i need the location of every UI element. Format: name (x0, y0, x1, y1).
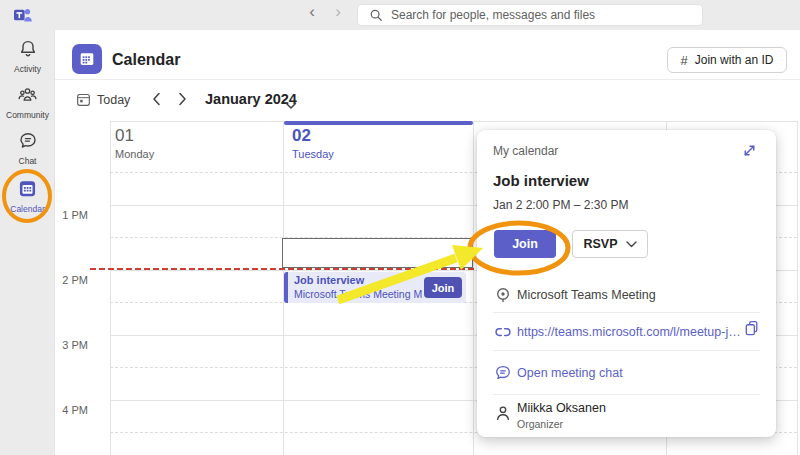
current-time-indicator (90, 268, 477, 270)
app-rail: Activity Community Chat (0, 30, 55, 455)
organizer-role: Organizer (517, 418, 563, 430)
search-placeholder: Search for people, messages and files (391, 8, 595, 22)
chevron-down-icon (626, 241, 637, 248)
chat-icon (18, 131, 38, 151)
day-name-monday: Monday (115, 148, 154, 160)
event-join-button[interactable]: Join (424, 277, 462, 298)
sidebar-item-chat[interactable]: Chat (0, 131, 55, 166)
sidebar-label-activity: Activity (0, 64, 55, 74)
nav-back-icon[interactable]: ‹ (302, 2, 322, 22)
today-icon (76, 92, 91, 107)
rsvp-dropdown-button[interactable]: RSVP (572, 230, 648, 258)
organizer-name: Miikka Oksanen (517, 401, 606, 415)
event-title: Job interview (294, 274, 364, 286)
meeting-chat-icon (493, 364, 513, 382)
time-label-1pm: 1 PM (50, 209, 88, 221)
sidebar-label-calendar: Calendar (0, 204, 55, 214)
grid-line (110, 121, 111, 455)
meeting-link-row: https://teams.microsoft.com/l/meetup-joi… (477, 313, 776, 350)
sidebar-item-community[interactable]: Community (0, 85, 55, 120)
location-text: Microsoft Teams Meeting (517, 288, 656, 302)
calendar-app-icon (72, 44, 102, 74)
grid-line (797, 121, 798, 455)
search-icon (369, 8, 383, 22)
meeting-link[interactable]: https://teams.microsoft.com/l/meetup-joi… (517, 325, 743, 339)
sidebar-item-calendar[interactable]: Calendar (0, 178, 55, 214)
bell-icon (18, 39, 38, 59)
expand-icon[interactable] (741, 142, 758, 163)
time-label-2pm: 2 PM (50, 274, 88, 286)
grid-line (473, 121, 474, 455)
teams-logo-icon (13, 6, 33, 24)
calendar-name: My calendar (493, 144, 558, 158)
event-chip-job-interview[interactable]: Job interview Microsoft Teams Meeting M … (284, 272, 466, 303)
prev-day-button[interactable] (152, 92, 161, 110)
event-details-popup: My calendar Job interview Jan 2 2:00 PM … (477, 130, 776, 437)
day-number-tuesday[interactable]: 02 (292, 126, 311, 146)
community-icon (17, 85, 38, 105)
selected-time-slot[interactable] (282, 238, 473, 268)
organizer-row: Miikka Oksanen Organizer (477, 395, 776, 437)
popup-event-time: Jan 2 2:00 PM – 2:30 PM (493, 198, 628, 212)
page-title: Calendar (112, 51, 180, 69)
meeting-chat-row: Open meeting chat (477, 351, 776, 394)
sidebar-label-chat: Chat (0, 156, 55, 166)
popup-event-title: Job interview (493, 172, 589, 189)
month-selector[interactable]: January 2024 (205, 91, 297, 107)
chevron-down-icon[interactable] (285, 96, 297, 114)
person-icon (493, 404, 513, 422)
today-button[interactable]: Today (76, 92, 130, 107)
time-label-3pm: 3 PM (50, 339, 88, 351)
top-bar: ‹ › Search for people, messages and file… (0, 0, 800, 30)
location-icon (493, 286, 513, 304)
day-name-tuesday: Tuesday (292, 148, 334, 160)
sidebar-item-activity[interactable]: Activity (0, 39, 55, 74)
join-with-id-button[interactable]: # Join with an ID (667, 47, 787, 73)
link-icon (493, 323, 513, 341)
calendar-icon (17, 178, 38, 199)
selected-day-indicator (284, 121, 473, 125)
sidebar-label-community: Community (0, 110, 55, 120)
event-subtitle: Microsoft Teams Meeting M (294, 288, 422, 300)
time-label-4pm: 4 PM (50, 404, 88, 416)
copy-icon[interactable] (743, 319, 760, 342)
hash-icon: # (681, 53, 688, 68)
location-row: Microsoft Teams Meeting (477, 278, 776, 312)
nav-forward-icon[interactable]: › (328, 2, 348, 22)
day-number-monday[interactable]: 01 (115, 126, 134, 146)
open-meeting-chat-link[interactable]: Open meeting chat (517, 366, 623, 380)
teams-window: ‹ › Search for people, messages and file… (0, 0, 800, 455)
search-input[interactable]: Search for people, messages and files (357, 4, 703, 26)
popup-join-button[interactable]: Join (494, 230, 556, 258)
next-day-button[interactable] (178, 92, 187, 110)
